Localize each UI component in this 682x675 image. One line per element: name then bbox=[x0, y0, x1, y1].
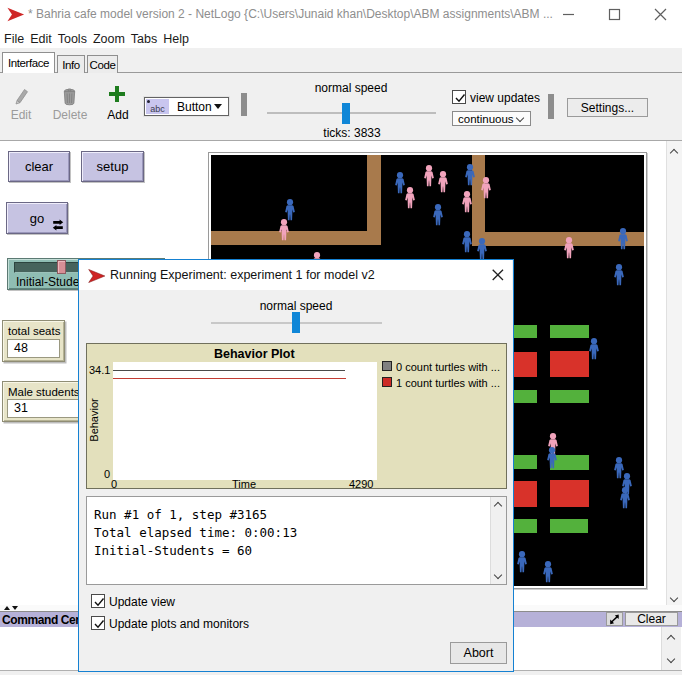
maximize-button[interactable] bbox=[591, 0, 637, 29]
male-students-monitor: Male students 31 bbox=[2, 381, 86, 422]
student-female bbox=[460, 191, 474, 213]
forever-icon bbox=[52, 219, 64, 231]
student-male bbox=[460, 231, 474, 253]
clear-button[interactable]: clear bbox=[8, 151, 70, 182]
netlogo-window: * Bahria cafe model version 2 - NetLogo … bbox=[0, 0, 682, 675]
x-axis-label: Time bbox=[232, 478, 256, 490]
dialog-close-icon[interactable] bbox=[492, 269, 504, 281]
command-scroll-up-icon[interactable] bbox=[667, 635, 675, 643]
menu-tools[interactable]: Tools bbox=[55, 32, 90, 46]
speed-slider-thumb[interactable] bbox=[342, 103, 350, 124]
update-mode-arrow-icon bbox=[516, 114, 524, 122]
speed-slider-track[interactable] bbox=[267, 112, 436, 114]
tab-code[interactable]: Code bbox=[87, 55, 118, 73]
delete-trash-icon[interactable] bbox=[61, 87, 78, 106]
close-button[interactable] bbox=[637, 0, 682, 29]
minimize-button[interactable] bbox=[545, 0, 591, 29]
console-scrollbar[interactable] bbox=[490, 497, 506, 584]
monitor-label: total seats bbox=[8, 325, 60, 337]
student-female bbox=[277, 219, 291, 241]
student-male bbox=[612, 264, 626, 286]
student-female bbox=[479, 177, 493, 199]
cafe-wall bbox=[367, 155, 381, 245]
tab-interface[interactable]: Interface bbox=[2, 52, 55, 73]
update-view-checkbox[interactable] bbox=[91, 594, 105, 608]
expand-down-icon[interactable] bbox=[12, 606, 18, 610]
monitor-value: 48 bbox=[14, 341, 28, 355]
legend-label-1: 1 count turtles with ... bbox=[396, 377, 500, 389]
collapse-up-icon[interactable] bbox=[4, 606, 10, 610]
console-line: Initial-Students = 60 bbox=[94, 543, 252, 558]
total-seats-monitor: total seats 48 bbox=[2, 320, 65, 362]
abort-button[interactable]: Abort bbox=[450, 642, 507, 664]
add-button-label[interactable]: Add bbox=[107, 108, 128, 122]
y-min-label: 0 bbox=[104, 468, 110, 480]
window-title: * Bahria cafe model version 2 - NetLogo … bbox=[28, 7, 553, 21]
console-scroll-down-icon[interactable] bbox=[494, 571, 502, 579]
speed-slider-label: normal speed bbox=[315, 81, 388, 95]
experiment-console[interactable]: Run #1 of 1, step #3165 Total elapsed ti… bbox=[86, 496, 507, 585]
update-mode-value: continuous bbox=[458, 113, 514, 125]
menu-edit[interactable]: Edit bbox=[27, 32, 55, 46]
command-clear-button[interactable]: Clear bbox=[625, 612, 678, 626]
scroll-up-icon[interactable] bbox=[670, 149, 678, 157]
seat-green bbox=[550, 390, 589, 403]
menu-zoom[interactable]: Zoom bbox=[90, 32, 128, 46]
ticks-counter: ticks: 3833 bbox=[323, 126, 380, 140]
dialog-title: Running Experiment: experiment 1 for mod… bbox=[110, 268, 375, 282]
canvas-vertical-scrollbar[interactable] bbox=[666, 141, 682, 605]
delete-button-label[interactable]: Delete bbox=[53, 108, 88, 122]
add-plus-icon[interactable] bbox=[109, 86, 125, 102]
command-scroll-down-icon[interactable] bbox=[667, 655, 675, 663]
setup-button[interactable]: setup bbox=[81, 151, 144, 182]
student-female bbox=[403, 187, 417, 209]
seat-red bbox=[550, 351, 589, 377]
title-bar: * Bahria cafe model version 2 - NetLogo … bbox=[0, 0, 682, 29]
go-button[interactable]: go bbox=[6, 202, 68, 234]
student-male bbox=[616, 228, 630, 250]
dialog-title-bar: Running Experiment: experiment 1 for mod… bbox=[79, 260, 512, 290]
update-view-label: Update view bbox=[109, 595, 175, 609]
x-min-label: 0 bbox=[111, 478, 117, 490]
widget-abc-icon: abc bbox=[146, 99, 169, 114]
update-mode-select[interactable]: continuous bbox=[452, 111, 531, 126]
widget-type-select[interactable]: abc Button bbox=[144, 97, 229, 116]
scroll-down-icon[interactable] bbox=[670, 594, 678, 602]
dialog-speed-label: normal speed bbox=[260, 299, 333, 313]
console-line: Run #1 of 1, step #3165 bbox=[94, 507, 267, 522]
netlogo-logo-icon bbox=[7, 7, 25, 22]
student-male bbox=[431, 204, 445, 226]
student-female bbox=[436, 171, 450, 193]
student-male bbox=[587, 338, 601, 360]
student-female bbox=[562, 237, 576, 259]
detach-arrows-icon bbox=[608, 614, 621, 625]
tab-info[interactable]: Info bbox=[57, 55, 85, 73]
console-scroll-up-icon[interactable] bbox=[494, 502, 502, 510]
y-axis-label: Behavior bbox=[88, 398, 100, 441]
menu-tabs[interactable]: Tabs bbox=[128, 32, 160, 46]
edit-button-label[interactable]: Edit bbox=[11, 108, 32, 122]
slider-handle[interactable] bbox=[57, 260, 66, 274]
view-updates-checkbox[interactable] bbox=[452, 90, 466, 104]
student-male bbox=[475, 238, 489, 260]
legend-swatch-0 bbox=[382, 361, 392, 371]
detach-button[interactable] bbox=[606, 612, 623, 626]
edit-pencil-icon[interactable] bbox=[13, 87, 30, 106]
update-plots-checkbox[interactable] bbox=[91, 616, 105, 630]
command-output-scrollbar[interactable] bbox=[661, 627, 681, 670]
settings-button[interactable]: Settings... bbox=[567, 98, 648, 117]
monitor-label: Male students bbox=[8, 386, 80, 398]
behavior-plot: Behavior Plot 34.1 0 Behavior 0 Time 429… bbox=[86, 343, 507, 489]
monitor-value: 31 bbox=[14, 401, 28, 415]
menu-help[interactable]: Help bbox=[160, 32, 192, 46]
running-experiment-dialog: Running Experiment: experiment 1 for mod… bbox=[78, 259, 514, 672]
seat-green bbox=[550, 519, 588, 533]
cafe-wall bbox=[211, 231, 380, 245]
view-updates-label: view updates bbox=[470, 91, 540, 105]
seat-green bbox=[550, 325, 589, 338]
tab-bar: Interface Info Code bbox=[0, 48, 682, 73]
widget-select-arrow-icon bbox=[214, 104, 222, 109]
legend-label-0: 0 count turtles with ... bbox=[396, 361, 500, 373]
dialog-speed-thumb[interactable] bbox=[292, 312, 300, 333]
menu-file[interactable]: File bbox=[1, 32, 27, 46]
